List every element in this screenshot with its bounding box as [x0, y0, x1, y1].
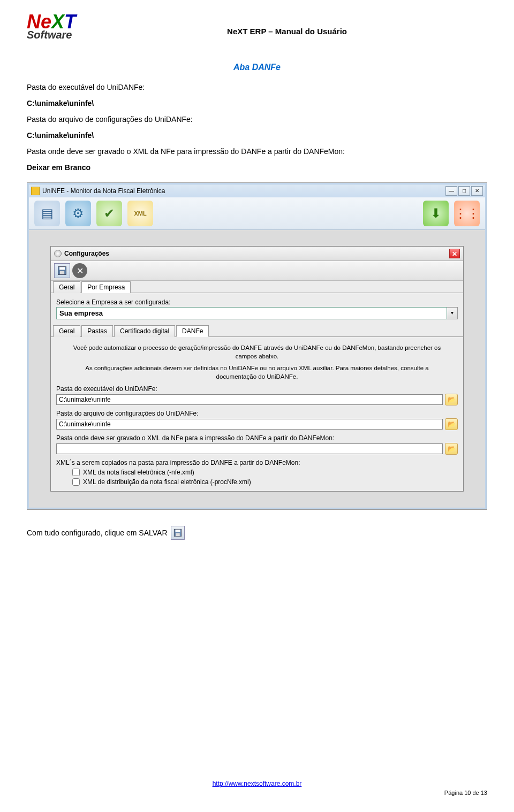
logo: NeXT Software	[27, 11, 76, 41]
tab-por-empresa[interactable]: Por Empresa	[81, 281, 131, 293]
config-close-button[interactable]: ✕	[449, 249, 460, 258]
pasta-xml-input[interactable]	[56, 443, 443, 454]
check-icon[interactable]: ✔	[96, 201, 122, 226]
maximize-button[interactable]: □	[458, 186, 470, 196]
field2-label: Pasta do arquivo de configurações do Uni…	[27, 115, 487, 124]
network-icon[interactable]: ⋮⋮	[454, 201, 480, 226]
field3-label: Pasta onde deve ser gravado o XML da NFe…	[27, 147, 487, 156]
field2-app-label: Pasta do arquivo de configurações do Uni…	[56, 410, 458, 417]
svg-rect-1	[59, 267, 65, 270]
floppy-icon	[57, 265, 67, 276]
field1-app-label: Pasta do executável do UniDANFe:	[56, 385, 458, 393]
subtab-certificado[interactable]: Certificado digital	[114, 325, 175, 337]
checkbox-procnfe-label: XML de distribuição da nota fiscal eletr…	[83, 478, 251, 486]
checkbox-procnfe-xml[interactable]	[72, 478, 80, 486]
select-empresa-label: Selecione a Empresa a ser configurada:	[56, 298, 458, 306]
section-heading: Aba DANFe	[27, 63, 487, 72]
svg-rect-5	[176, 533, 180, 536]
pasta-executavel-input[interactable]	[56, 394, 443, 405]
field3-app-label: Pasta onde deve ser gravado o XML da NFe…	[56, 434, 458, 442]
config-title: Configurações	[64, 250, 109, 257]
app-titlebar: UniNFE - Monitor da Nota Fiscal Eletrôni…	[29, 185, 485, 197]
subtab-danfe[interactable]: DANFe	[176, 325, 209, 337]
app-screenshot: UniNFE - Monitor da Nota Fiscal Eletrôni…	[27, 182, 487, 510]
checkbox-nfe-label: XML da nota fiscal eletrônica (-nfe.xml)	[83, 469, 194, 476]
empresa-combo[interactable]	[56, 307, 447, 319]
download-icon[interactable]: ⬇	[423, 201, 449, 226]
app-icon	[31, 187, 40, 195]
checkbox-section-label: XML´s a serem copiados na pasta para imp…	[56, 459, 458, 466]
minimize-button[interactable]: —	[445, 186, 457, 196]
tab-geral[interactable]: Geral	[53, 281, 80, 293]
field1-value: C:\unimake\uninfe\	[27, 99, 487, 108]
document-title: NeXT ERP – Manual do Usuário	[87, 27, 487, 36]
after-text: Com tudo configurado, clique em SALVAR	[27, 528, 168, 537]
browse-button-2[interactable]: 📂	[445, 418, 458, 430]
checkbox-nfe-xml[interactable]	[72, 469, 80, 476]
config-window-icon	[54, 250, 62, 257]
save-button[interactable]	[54, 263, 70, 278]
info-text-1: Você pode automatizar o processo de gera…	[67, 343, 447, 361]
config-window: Configurações ✕ ✕ Geral Por Empresa	[50, 246, 464, 492]
page-number: Página 10 de 13	[27, 790, 487, 796]
pasta-config-input[interactable]	[56, 419, 443, 430]
gear-icon[interactable]: ⚙	[65, 201, 91, 226]
chevron-down-icon[interactable]: ▾	[447, 307, 458, 319]
list-icon[interactable]: ▤	[34, 201, 60, 226]
close-button[interactable]: ✕	[471, 186, 483, 196]
cancel-button[interactable]: ✕	[72, 263, 87, 278]
browse-button-1[interactable]: 📂	[445, 394, 458, 405]
subtab-pastas[interactable]: Pastas	[81, 325, 113, 337]
subtab-geral[interactable]: Geral	[53, 325, 80, 337]
browse-button-3[interactable]: 📂	[445, 443, 458, 455]
xml-icon[interactable]: XML	[127, 201, 153, 226]
svg-rect-2	[60, 271, 64, 274]
floppy-icon	[171, 526, 185, 540]
field3-value: Deixar em Branco	[27, 163, 487, 172]
main-toolbar: ▤ ⚙ ✔ XML ⬇ ⋮⋮	[29, 197, 485, 230]
footer-link[interactable]: http://www.nextsoftware.com.br	[213, 780, 302, 787]
field1-label: Pasta do executável do UniDANFe:	[27, 83, 487, 91]
app-title: UniNFE - Monitor da Nota Fiscal Eletrôni…	[42, 187, 165, 195]
field2-value: C:\unimake\uninfe\	[27, 131, 487, 140]
svg-rect-4	[175, 530, 180, 532]
info-text-2: As configurações adicionais devem ser de…	[67, 364, 447, 381]
